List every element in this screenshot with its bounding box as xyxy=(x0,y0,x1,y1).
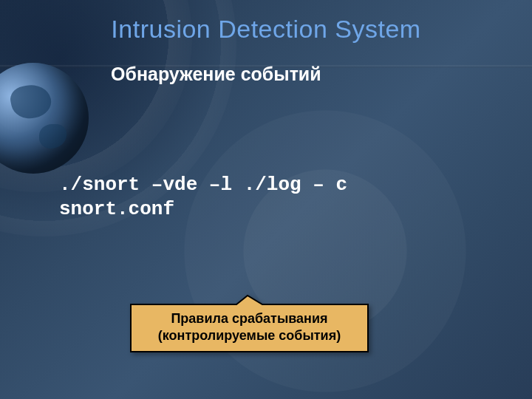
globe-icon xyxy=(0,63,89,174)
slide-title: Intrusion Detection System xyxy=(0,15,532,44)
callout-line2: (контролируемые события) xyxy=(158,328,341,343)
slide: Intrusion Detection System Обнаружение с… xyxy=(0,0,532,399)
callout-label: Правила срабатывания (контролируемые соб… xyxy=(129,310,369,344)
callout-line1: Правила срабатывания xyxy=(171,311,327,326)
callout-box: Правила срабатывания (контролируемые соб… xyxy=(129,294,369,353)
slide-subtitle: Обнаружение событий xyxy=(111,64,321,85)
command-text: ./snort –vde –l ./log – c snort.conf xyxy=(59,173,451,221)
